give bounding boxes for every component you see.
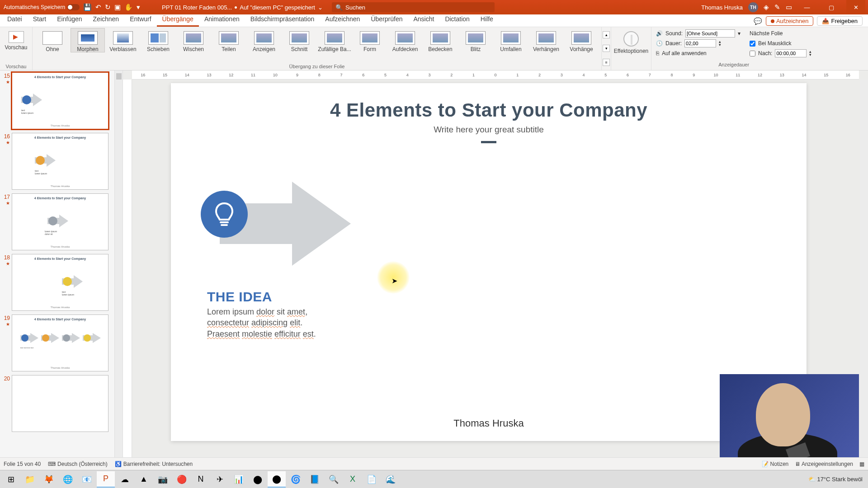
search-box[interactable]: 🔍 [332,2,495,12]
tab-übergänge[interactable]: Übergänge [157,14,199,27]
user-avatar[interactable]: TH [748,2,758,12]
search-input[interactable] [345,4,491,11]
slide-counter[interactable]: Folie 15 von 40 [4,461,41,467]
minimize-button[interactable]: — [797,0,816,14]
transition-umfallen[interactable]: Umfallen [494,28,528,52]
notes-button[interactable]: 📝 Notizen [762,461,788,467]
gallery-more-icon[interactable]: ≡ [603,59,610,66]
tab-aufzeichnen[interactable]: Aufzeichnen [320,14,365,27]
slide-thumbnail[interactable]: 17★4 Elements to Start your Companylorem… [2,193,114,250]
transition-zuflligeba[interactable]: Zufällige Ba... [317,28,352,52]
panel-scrollbar[interactable]: ▾ [114,70,123,470]
transition-teilen[interactable]: Teilen [212,28,246,52]
after-input[interactable] [775,49,807,57]
transition-schnitt[interactable]: Schnitt [282,28,316,52]
transition-vorhnge[interactable]: Vorhänge [564,28,599,52]
user-name[interactable]: Thomas Hruska [701,4,743,11]
duration-input[interactable] [684,39,716,47]
tab-dictation[interactable]: Dictation [439,14,475,27]
app-icon[interactable]: ⬤ [268,471,286,488]
transition-bedecken[interactable]: Bedecken [423,28,458,52]
tab-start[interactable]: Start [28,14,52,27]
slide-thumbnail[interactable]: 20 [2,375,114,432]
app-icon[interactable]: 📄 [363,471,381,488]
vlc-icon[interactable]: ▲ [135,471,153,488]
chrome-icon[interactable]: 🌐 [59,471,77,488]
app-icon[interactable]: ⬤ [249,471,267,488]
tab-entwurf[interactable]: Entwurf [124,14,156,27]
display-settings-button[interactable]: 🖥 Anzeigeeinstellungen [795,461,853,467]
app-icon[interactable]: 🌀 [287,471,305,488]
close-button[interactable]: ✕ [846,0,865,14]
app-icon[interactable]: 📊 [230,471,248,488]
slide-thumbnail[interactable]: 19★4 Elements to Start your Companytext … [2,314,114,371]
undo-icon[interactable]: ↶ [95,3,101,11]
tab-einfügen[interactable]: Einfügen [52,14,87,27]
preview-button[interactable]: Vorschau [3,28,29,51]
powerpoint-icon[interactable]: P [97,471,115,488]
tab-hilfe[interactable]: Hilfe [475,14,499,27]
diamond-icon[interactable]: ◈ [764,3,769,11]
qat-more-icon[interactable]: ▾ [137,3,140,11]
slide-thumbnail[interactable]: 15★4 Elements to Start your Companytextl… [2,72,114,129]
effect-options-button[interactable]: Effektoptionen [614,28,648,54]
edge-icon[interactable]: 🌊 [382,471,400,488]
tab-datei[interactable]: Datei [2,14,28,27]
slide-canvas[interactable]: 4 Elements to Start your Company Write h… [171,83,807,441]
editor-scrollbar[interactable] [860,80,868,470]
explorer-icon[interactable]: 📁 [21,471,39,488]
telegram-icon[interactable]: ✈ [211,471,229,488]
window-icon[interactable]: ▭ [786,3,792,11]
transition-verblassen[interactable]: Verblassen [106,28,140,52]
language-status[interactable]: ⌨Deutsch (Österreich) [48,461,108,467]
tab-zeichnen[interactable]: Zeichnen [88,14,125,27]
transition-form[interactable]: Form [353,28,387,52]
on-click-checkbox[interactable] [750,41,755,47]
present-icon[interactable]: ▣ [114,3,121,11]
save-icon[interactable]: 💾 [83,3,92,11]
slide-thumbnail[interactable]: 18★4 Elements to Start your Companytextl… [2,254,114,311]
app-icon[interactable]: 📘 [306,471,324,488]
apply-all-button[interactable]: ⎘Auf alle anwenden [656,49,741,58]
weather-widget[interactable]: ⛅ 17°C Stark bewöl [808,476,863,483]
slide-thumbnail[interactable]: 16★4 Elements to Start your Companytextl… [2,133,114,190]
record-button[interactable]: Aufzeichnen [766,16,814,26]
transition-morphen[interactable]: Morphen [71,28,105,52]
normal-view-icon[interactable]: ▦ [859,461,864,467]
transition-wischen[interactable]: Wischen [176,28,211,52]
autosave-toggle[interactable]: Automatisches Speichern [4,4,80,10]
touch-icon[interactable]: ✋ [124,3,133,11]
after-checkbox[interactable] [750,51,755,56]
accessibility-status[interactable]: ♿Barrierefreiheit: Untersuchen [115,461,193,467]
app-icon[interactable]: 🔍 [325,471,343,488]
firefox-icon[interactable]: 🦊 [40,471,58,488]
app-icon[interactable]: ☁ [116,471,134,488]
maximize-button[interactable]: ▢ [822,0,841,14]
transition-ohne[interactable]: Ohne [35,28,70,52]
sound-select[interactable] [685,29,735,38]
transition-schieben[interactable]: Schieben [141,28,175,52]
redo-icon[interactable]: ↻ [105,3,111,11]
comments-icon[interactable]: 💬 [754,17,762,25]
onenote-icon[interactable]: N [192,471,210,488]
transition-verhngen[interactable]: Verhängen [529,28,563,52]
chevron-down-icon[interactable]: ▾ [738,30,741,37]
start-button[interactable]: ⊞ [2,471,20,488]
transition-anzeigen[interactable]: Anzeigen [247,28,281,52]
document-title[interactable]: PPT 01 Roter Faden 005... Auf "diesem PC… [162,4,323,11]
tab-überprüfen[interactable]: Überprüfen [365,14,408,27]
spinner-icon[interactable]: ▴▾ [809,50,811,56]
share-button[interactable]: 📤Freigeben [817,16,863,26]
tab-ansicht[interactable]: Ansicht [408,14,439,27]
transition-blitz[interactable]: Blitz [458,28,493,52]
tab-animationen[interactable]: Animationen [199,14,245,27]
transition-aufdecken[interactable]: Aufdecken [388,28,422,52]
tab-bildschirmpräsentation[interactable]: Bildschirmpräsentation [245,14,320,27]
gallery-down-icon[interactable]: ▾ [603,45,610,52]
app-icon[interactable]: 🔴 [173,471,191,488]
outlook-icon[interactable]: 📧 [78,471,96,488]
gallery-up-icon[interactable]: ▴ [603,31,610,38]
scrollbar-thumb[interactable] [116,73,122,80]
spinner-icon[interactable]: ▴▾ [719,40,721,47]
app-icon[interactable]: 📷 [154,471,172,488]
